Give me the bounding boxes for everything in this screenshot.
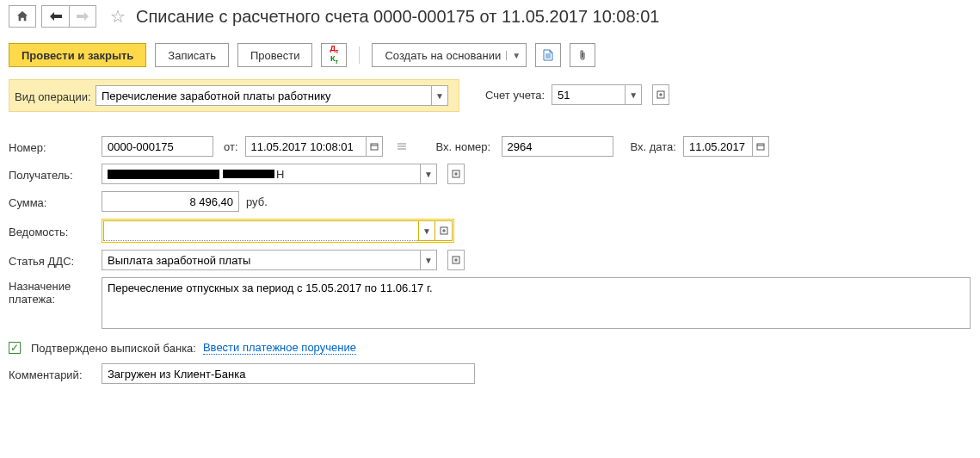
- recipient-label: Получатель:: [9, 166, 95, 182]
- confirmed-label: Подтверждено выпиской банка:: [31, 342, 196, 355]
- arrow-left-icon: [50, 12, 62, 21]
- vedomost-dropdown-button[interactable]: ▼: [418, 220, 435, 241]
- comment-label: Комментарий:: [9, 366, 95, 381]
- home-icon: [16, 10, 28, 22]
- op-type-row: Вид операции: ▼: [9, 79, 459, 112]
- open-icon: [656, 90, 665, 99]
- create-based-label: Создать на основании: [385, 49, 501, 62]
- in-date-label: Вх. дата:: [631, 140, 676, 153]
- recipient-input[interactable]: Н: [102, 164, 420, 184]
- redacted-text: [223, 170, 274, 178]
- svg-rect-1: [371, 144, 378, 150]
- op-type-input[interactable]: [96, 85, 431, 106]
- op-type-label: Вид операции:: [15, 88, 92, 103]
- in-date-combo: [683, 136, 769, 157]
- calendar-icon: [370, 142, 379, 151]
- account-dropdown-button[interactable]: ▼: [625, 84, 642, 105]
- vedomost-open-button[interactable]: [435, 220, 453, 241]
- account-label: Счет учета:: [485, 89, 545, 102]
- separator: [359, 46, 360, 64]
- in-date-input[interactable]: [683, 136, 752, 157]
- create-based-button[interactable]: Создать на основании ▼: [372, 43, 527, 67]
- redacted-text: [108, 170, 219, 179]
- calendar-icon: [756, 142, 765, 151]
- document-button[interactable]: [535, 43, 561, 67]
- attach-button[interactable]: [570, 43, 595, 67]
- date-calendar-button[interactable]: [366, 136, 383, 157]
- open-icon: [452, 170, 460, 178]
- dds-label: Статья ДДС:: [9, 252, 95, 268]
- home-button[interactable]: [9, 5, 36, 28]
- from-label: от:: [224, 140, 238, 153]
- recipient-open-button[interactable]: [447, 164, 465, 184]
- dds-input[interactable]: [102, 250, 420, 270]
- document-icon: [543, 49, 553, 61]
- comment-input[interactable]: [102, 363, 475, 384]
- date-combo: [245, 136, 383, 157]
- dtkt-button[interactable]: ДтКт: [321, 43, 347, 67]
- in-number-label: Вх. номер:: [436, 140, 495, 153]
- svg-rect-2: [757, 144, 764, 150]
- save-button[interactable]: Записать: [155, 43, 229, 67]
- open-icon: [440, 226, 448, 235]
- title-bar: ☆ Списание с расчетного счета 0000-00017…: [9, 5, 971, 28]
- dds-combo: ▼: [102, 250, 437, 270]
- recipient-dropdown-button[interactable]: ▼: [420, 164, 437, 184]
- date-extra-button[interactable]: [393, 136, 410, 157]
- arrow-right-icon: [77, 12, 89, 21]
- in-date-calendar-button[interactable]: [752, 136, 769, 157]
- account-input[interactable]: [552, 84, 625, 105]
- toolbar: Провести и закрыть Записать Провести ДтК…: [9, 43, 971, 67]
- dds-open-button[interactable]: [447, 250, 465, 270]
- post-and-close-button[interactable]: Провести и закрыть: [9, 43, 146, 67]
- post-button[interactable]: Провести: [237, 43, 313, 67]
- back-button[interactable]: [41, 5, 69, 28]
- confirmed-checkbox[interactable]: ✓: [9, 342, 21, 354]
- open-icon: [452, 256, 460, 264]
- op-type-dropdown-button[interactable]: ▼: [431, 85, 448, 106]
- sum-suffix: руб.: [246, 195, 268, 208]
- vedomost-label: Ведомость:: [9, 223, 95, 238]
- purpose-label: Назначение платежа:: [9, 277, 95, 306]
- sum-input[interactable]: [102, 191, 239, 212]
- purpose-textarea[interactable]: [102, 277, 971, 329]
- dtkt-icon: ДтКт: [330, 45, 338, 65]
- paperclip-icon: [578, 49, 587, 61]
- sum-label: Сумма:: [9, 194, 95, 209]
- in-number-input[interactable]: [502, 136, 613, 157]
- date-input[interactable]: [245, 136, 366, 157]
- op-type-combo: ▼: [96, 85, 448, 106]
- chevron-down-icon: ▼: [506, 51, 521, 60]
- redacted-tail: Н: [276, 168, 283, 181]
- account-combo: ▼: [552, 84, 642, 105]
- recipient-combo: Н ▼: [102, 164, 437, 184]
- lines-icon: [397, 142, 407, 151]
- enter-order-link[interactable]: Ввести платежное поручение: [203, 341, 356, 355]
- vedomost-active-wrap: ▼: [102, 219, 454, 243]
- vedomost-input[interactable]: [103, 220, 418, 241]
- page-title: Списание с расчетного счета 0000-000175 …: [136, 7, 659, 27]
- number-input[interactable]: [102, 136, 213, 157]
- dds-dropdown-button[interactable]: ▼: [420, 250, 437, 270]
- number-label: Номер:: [9, 139, 95, 154]
- account-open-button[interactable]: [652, 84, 669, 105]
- forward-button[interactable]: [69, 5, 96, 28]
- nav-group: [41, 5, 96, 28]
- favorite-star-icon[interactable]: ☆: [110, 6, 126, 27]
- vedomost-combo: ▼: [103, 220, 453, 241]
